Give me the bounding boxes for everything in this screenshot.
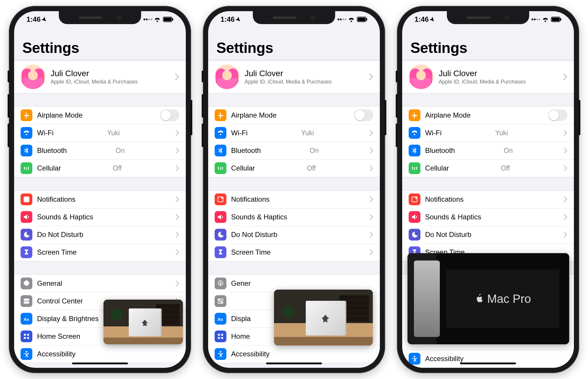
cellular-row[interactable]: CellularOff [402, 159, 574, 177]
wifi-value: Yuki [107, 129, 122, 137]
notifications-row[interactable]: Notifications [14, 191, 186, 208]
row-label: Home Screen [37, 332, 80, 340]
volume-up-button [202, 94, 203, 118]
bluetooth-value: On [310, 147, 321, 155]
row-label: General [37, 279, 62, 288]
pip-window[interactable] [274, 290, 373, 345]
wifi-row[interactable]: Wi-FiYuki [208, 124, 380, 142]
bluetooth-row[interactable]: BluetoothOn [208, 142, 380, 159]
cellular-icon [215, 162, 226, 174]
row-label: Do Not Disturb [425, 231, 471, 239]
chevron-right-icon [370, 214, 373, 220]
wifi-icon [153, 16, 161, 22]
status-time: 1:46 [220, 15, 235, 24]
row-label: Airplane Mode [425, 111, 471, 119]
dnd-row[interactable]: Do Not Disturb [14, 226, 186, 243]
svg-rect-29 [218, 334, 220, 336]
apple-id-row[interactable]: Juli CloverApple ID, iCloud, Media & Pur… [402, 61, 574, 93]
svg-point-4 [27, 197, 29, 199]
accessibility-row[interactable]: Accessibility [208, 345, 380, 363]
airplane-toggle[interactable] [354, 109, 373, 121]
row-label: Airplane Mode [231, 111, 277, 119]
gear-icon [21, 278, 32, 289]
dnd-row[interactable]: Do Not Disturb [402, 226, 574, 243]
svg-rect-30 [221, 334, 223, 336]
svg-rect-14 [24, 337, 26, 339]
airplane-mode-row[interactable]: Airplane Mode [402, 106, 574, 124]
mac-pro-label-panel: Mac Pro [446, 270, 559, 328]
chevron-right-icon [176, 232, 179, 238]
wifi-icon [348, 16, 355, 22]
bluetooth-row[interactable]: BluetoothOn [402, 142, 574, 159]
bluetooth-icon [409, 145, 420, 156]
airplane-mode-row[interactable]: Airplane Mode [208, 106, 380, 124]
apple-id-row[interactable]: Juli CloverApple ID, iCloud, Media & Pur… [208, 61, 380, 93]
general-row[interactable]: General [14, 275, 186, 292]
accessibility-icon [215, 348, 226, 360]
row-label: Accessibility [37, 350, 76, 358]
svg-point-39 [414, 356, 415, 357]
svg-rect-35 [552, 18, 559, 21]
screen: 1:46➤ Settings Juli CloverApple ID, iClo… [208, 11, 380, 368]
sounds-row[interactable]: Sounds & Haptics [402, 208, 574, 226]
bluetooth-row[interactable]: Bluetooth On [14, 142, 186, 159]
airplane-icon [21, 109, 32, 121]
toggles-icon [21, 295, 32, 307]
sounds-row[interactable]: Sounds & Haptics [14, 208, 186, 226]
home-indicator[interactable] [460, 363, 516, 364]
accessibility-row[interactable]: Accessibility [14, 345, 186, 363]
pip-window[interactable]: Mac Pro [407, 253, 569, 344]
row-label: Screen Time [231, 248, 271, 256]
svg-rect-31 [218, 337, 220, 339]
home-indicator[interactable] [266, 363, 322, 364]
chevron-right-icon [370, 148, 373, 153]
row-label: Bluetooth [37, 146, 67, 155]
screentime-row[interactable]: Screen Time [14, 243, 186, 261]
apple-id-row[interactable]: Juli Clover Apple ID, iCloud, Media & Pu… [14, 61, 186, 93]
airplane-mode-row[interactable]: Airplane Mode [14, 106, 186, 124]
notifications-row[interactable]: Notifications [402, 191, 574, 208]
row-label: Notifications [231, 195, 270, 203]
chevron-right-icon [564, 165, 567, 171]
mute-switch [202, 71, 203, 82]
svg-text:A: A [218, 317, 221, 322]
text-size-icon: AA [215, 313, 226, 325]
pip-window[interactable] [103, 300, 183, 344]
cellular-row[interactable]: Cellular Off [14, 159, 186, 177]
chevron-right-icon [176, 130, 179, 136]
home-indicator[interactable] [72, 363, 128, 364]
airplane-toggle[interactable] [548, 109, 567, 121]
mac-pro-handle [414, 261, 440, 337]
accessibility-icon [409, 353, 420, 365]
battery-icon [163, 17, 173, 22]
cellular-value: Off [501, 164, 512, 172]
notifications-icon [215, 193, 226, 205]
toggles-icon [215, 295, 226, 307]
wifi-row[interactable]: Wi-Fi Yuki [14, 124, 186, 142]
hourglass-icon [21, 246, 32, 258]
power-button [191, 100, 192, 135]
screentime-row[interactable]: Screen Time [208, 243, 380, 261]
row-label: Gener [231, 279, 251, 288]
sounds-row[interactable]: Sounds & Haptics [208, 208, 380, 226]
iphone-frame-3: 1:46➤ Settings Juli CloverApple ID, iClo… [397, 6, 579, 373]
notifications-row[interactable]: Notifications [208, 191, 380, 208]
cellular-icon [21, 162, 32, 174]
wifi-row[interactable]: Wi-FiYuki [402, 124, 574, 142]
chevron-right-icon [564, 148, 567, 153]
chevron-right-icon [370, 130, 373, 136]
hourglass-icon [215, 246, 226, 258]
airplane-toggle[interactable] [160, 109, 179, 121]
row-label: Notifications [37, 195, 76, 203]
accessibility-row[interactable]: Accessibility [402, 350, 574, 368]
svg-rect-13 [27, 334, 29, 336]
chevron-right-icon [175, 74, 179, 80]
chevron-right-icon [564, 130, 567, 136]
row-label: Cellular [231, 164, 255, 172]
wifi-settings-icon [409, 127, 420, 139]
row-label: Displa [231, 315, 251, 323]
cellular-signal-icon [143, 18, 152, 21]
dnd-row[interactable]: Do Not Disturb [208, 226, 380, 243]
cellular-row[interactable]: CellularOff [208, 159, 380, 177]
status-time: 1:46 [415, 15, 429, 24]
